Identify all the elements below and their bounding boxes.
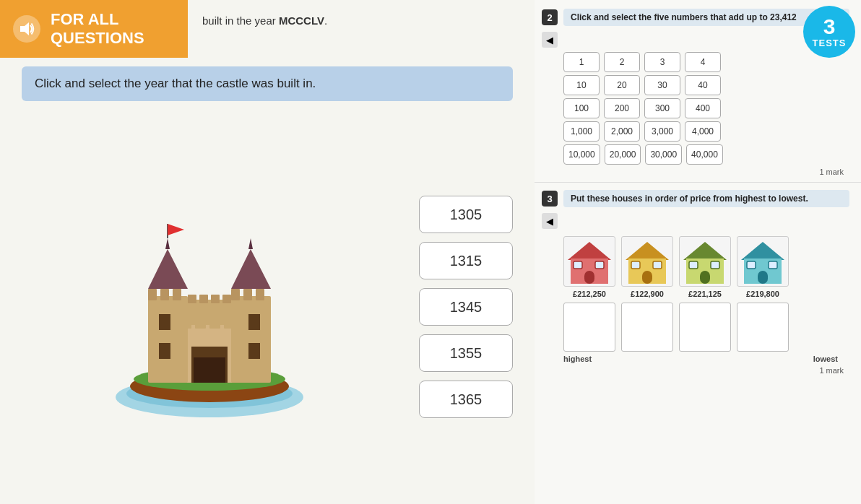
num-btn-300[interactable]: 300	[644, 98, 680, 118]
answer-1315[interactable]: 1315	[419, 242, 513, 279]
label-lowest: lowest	[813, 355, 838, 363]
q2-number-grid: 1234102030401002003004001,0002,0003,0004…	[563, 52, 849, 165]
tests-badge: 3 TESTS	[803, 6, 855, 58]
answer-buttons: 1305 1315 1345 1355 1365	[419, 117, 513, 490]
svg-marker-23	[165, 238, 170, 249]
svg-rect-52	[689, 261, 698, 269]
label-highest: highest	[563, 355, 592, 363]
num-btn-1[interactable]: 1	[563, 52, 600, 72]
num-btn-2,000[interactable]: 2,000	[604, 121, 640, 142]
house-price-1: £122,900	[631, 290, 664, 298]
svg-rect-29	[248, 343, 260, 359]
instruction-box: Click and select the year that the castl…	[22, 66, 513, 101]
svg-rect-16	[148, 296, 188, 383]
tests-label: TESTS	[813, 38, 847, 48]
q2-back-arrow[interactable]: ◀	[542, 32, 558, 48]
house-card-0[interactable]: £212,250	[563, 236, 615, 298]
svg-marker-54	[741, 242, 784, 260]
svg-rect-56	[758, 271, 768, 284]
svg-rect-58	[769, 261, 777, 269]
drop-row	[563, 303, 849, 352]
num-btn-30,000[interactable]: 30,000	[645, 144, 682, 165]
num-btn-3,000[interactable]: 3,000	[644, 121, 680, 142]
question-intro: built in the year MCCCLV.	[188, 0, 349, 27]
svg-rect-17	[148, 289, 157, 300]
house-card-1[interactable]: £122,900	[621, 236, 673, 298]
svg-rect-24	[231, 296, 271, 383]
svg-rect-48	[653, 261, 662, 269]
svg-rect-51	[700, 271, 710, 284]
num-btn-2[interactable]: 2	[604, 52, 640, 72]
svg-rect-46	[642, 271, 652, 284]
num-btn-4,000[interactable]: 4,000	[685, 121, 721, 142]
house-img-2	[679, 236, 731, 287]
right-panel: 3 TESTS 2 Click and select the five numb…	[535, 0, 861, 504]
house-img-3	[737, 236, 789, 287]
svg-rect-47	[631, 261, 640, 269]
header-banner: FOR ALL QUESTIONS	[0, 0, 188, 58]
svg-rect-20	[159, 314, 170, 330]
answer-1305[interactable]: 1305	[419, 196, 513, 233]
castle-container	[14, 117, 404, 490]
answer-1345[interactable]: 1345	[419, 288, 513, 326]
svg-rect-27	[256, 289, 264, 300]
num-btn-10[interactable]: 10	[563, 75, 600, 95]
house-card-2[interactable]: £221,125	[679, 236, 731, 298]
num-btn-10,000[interactable]: 10,000	[563, 144, 600, 165]
num-btn-3[interactable]: 3	[644, 52, 680, 72]
svg-rect-53	[711, 261, 719, 269]
svg-marker-44	[626, 242, 669, 260]
q3-number: 3	[542, 191, 558, 207]
speaker-icon[interactable]	[13, 15, 40, 43]
num-btn-40,000[interactable]: 40,000	[686, 144, 723, 165]
num-btn-4[interactable]: 4	[685, 52, 721, 72]
num-btn-40[interactable]: 40	[685, 75, 721, 95]
svg-rect-42	[574, 261, 582, 269]
svg-rect-38	[222, 295, 231, 303]
header-title: FOR ALL QUESTIONS	[51, 10, 144, 48]
svg-rect-21	[159, 343, 170, 359]
svg-rect-26	[243, 289, 252, 300]
svg-rect-19	[173, 289, 181, 300]
svg-marker-0	[20, 22, 29, 35]
house-img-0	[563, 236, 615, 287]
num-btn-400[interactable]: 400	[685, 98, 721, 118]
num-btn-1,000[interactable]: 1,000	[563, 121, 600, 142]
q3-back-arrow[interactable]: ◀	[542, 213, 558, 229]
house-price-3: £219,800	[746, 290, 779, 298]
drop-labels: highest lowest	[563, 355, 849, 363]
q3-mark: 1 mark	[542, 366, 849, 375]
svg-rect-34	[188, 300, 231, 325]
svg-rect-43	[595, 261, 604, 269]
svg-rect-35	[188, 295, 196, 303]
drop-box-3[interactable]	[679, 303, 731, 352]
svg-rect-37	[211, 295, 220, 303]
svg-rect-28	[248, 314, 260, 330]
houses-row: £212,250£122,900£221,125£219,800	[563, 236, 849, 298]
svg-marker-33	[168, 224, 184, 235]
house-price-0: £212,250	[573, 290, 606, 298]
num-btn-30[interactable]: 30	[644, 75, 680, 95]
svg-rect-15	[194, 357, 225, 383]
answer-1355[interactable]: 1355	[419, 334, 513, 372]
drop-box-1[interactable]	[563, 303, 615, 352]
num-btn-20[interactable]: 20	[604, 75, 640, 95]
num-btn-200[interactable]: 200	[604, 98, 640, 118]
drop-box-2[interactable]	[621, 303, 673, 352]
house-card-3[interactable]: £219,800	[737, 236, 789, 298]
drop-box-4[interactable]	[737, 303, 789, 352]
q3-header: 3 Put these houses in order of price fro…	[542, 190, 849, 207]
num-btn-20,000[interactable]: 20,000	[605, 144, 641, 165]
q3-instruction: Put these houses in order of price from …	[563, 190, 849, 207]
answer-1365[interactable]: 1365	[419, 381, 513, 418]
svg-marker-49	[683, 242, 727, 260]
svg-rect-18	[160, 289, 169, 300]
svg-marker-22	[148, 249, 188, 289]
num-btn-100[interactable]: 100	[563, 98, 600, 118]
svg-marker-39	[568, 242, 611, 260]
q2-header: 2 Click and select the five numbers that…	[542, 9, 849, 26]
tests-number: 3	[823, 16, 836, 38]
svg-rect-36	[199, 295, 208, 303]
house-img-1	[621, 236, 673, 287]
left-panel: FOR ALL QUESTIONS built in the year MCCC…	[0, 0, 535, 504]
